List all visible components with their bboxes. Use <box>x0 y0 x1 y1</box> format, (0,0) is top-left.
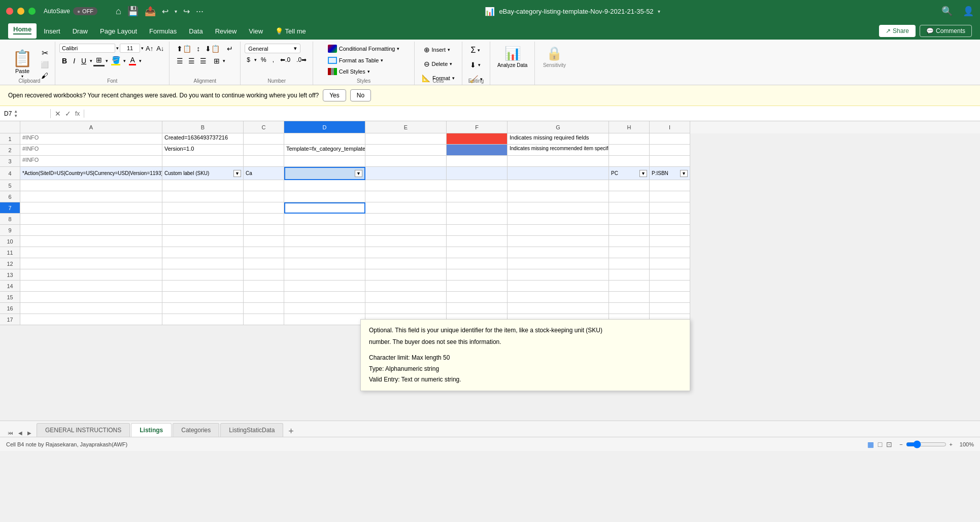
cell-A17[interactable] <box>20 314 162 325</box>
paste-button[interactable]: 📋 Paste ▾ <box>8 47 37 81</box>
cell-I15[interactable] <box>650 292 690 303</box>
cell-E1[interactable] <box>365 133 447 145</box>
fill-dropdown-icon[interactable]: ▾ <box>123 58 126 63</box>
cell-H9[interactable] <box>609 225 650 236</box>
more-icon[interactable]: ··· <box>196 6 204 17</box>
cell-D4[interactable]: ▼ <box>284 167 365 180</box>
cell-F11[interactable] <box>447 247 508 258</box>
page-layout-view-icon[interactable]: □ <box>877 439 883 449</box>
row-header-16[interactable]: 16 <box>0 303 20 314</box>
cell-H3[interactable] <box>609 156 650 167</box>
cell-C2[interactable] <box>244 145 284 156</box>
row-header-9[interactable]: 9 <box>0 225 20 236</box>
cell-F6[interactable] <box>447 191 508 202</box>
cell-H11[interactable] <box>609 247 650 258</box>
row-header-8[interactable]: 8 <box>0 214 20 225</box>
cell-H4-dropdown[interactable]: ▼ <box>639 170 647 177</box>
cell-H5[interactable] <box>609 180 650 191</box>
currency-dropdown-icon[interactable]: ▾ <box>254 57 257 62</box>
menu-data[interactable]: Data <box>184 25 208 37</box>
autosave-toggle[interactable]: ● OFF <box>73 7 97 15</box>
row-header-7[interactable]: 7 <box>0 202 20 214</box>
cell-E14[interactable] <box>365 281 447 292</box>
share-button[interactable]: ↗ Share <box>879 25 916 37</box>
cell-A8[interactable] <box>20 214 162 225</box>
cell-E12[interactable] <box>365 258 447 269</box>
col-header-G[interactable]: G <box>508 121 609 133</box>
cell-C13[interactable] <box>244 269 284 281</box>
close-button[interactable] <box>6 8 13 15</box>
cell-C12[interactable] <box>244 258 284 269</box>
cell-H1[interactable] <box>609 133 650 145</box>
comma-icon[interactable]: , <box>271 55 276 64</box>
cell-B13[interactable] <box>162 269 244 281</box>
cell-A7[interactable] <box>20 202 162 214</box>
row-header-1[interactable]: 1 <box>0 133 20 145</box>
row-header-4[interactable]: 4 <box>0 167 20 180</box>
align-right-icon[interactable]: ☰ <box>198 56 209 66</box>
copy-button[interactable]: ⬜ <box>39 60 51 69</box>
cell-B16[interactable] <box>162 303 244 314</box>
col-header-A[interactable]: A <box>20 121 162 133</box>
cell-H12[interactable] <box>609 258 650 269</box>
zoom-in-icon[interactable]: + <box>950 441 953 447</box>
row-header-14[interactable]: 14 <box>0 281 20 292</box>
cell-F7[interactable] <box>447 202 508 214</box>
cell-D5[interactable] <box>284 180 365 191</box>
decrease-font-icon[interactable]: A↓ <box>155 45 165 52</box>
cell-ref-arrows[interactable]: ▲ ▼ <box>14 109 18 118</box>
cell-D16[interactable] <box>284 303 365 314</box>
cell-I16[interactable] <box>650 303 690 314</box>
cell-A6[interactable] <box>20 191 162 202</box>
align-left-icon[interactable]: ☰ <box>175 56 185 66</box>
cell-F15[interactable] <box>447 292 508 303</box>
cell-I10[interactable] <box>650 236 690 247</box>
cell-A12[interactable] <box>20 258 162 269</box>
borders-button[interactable]: ⊞ <box>93 55 105 66</box>
row-header-11[interactable]: 11 <box>0 247 20 258</box>
cell-F5[interactable] <box>447 180 508 191</box>
add-sheet-button[interactable]: + <box>284 426 298 437</box>
traffic-lights[interactable] <box>6 8 36 15</box>
cell-C3[interactable] <box>244 156 284 167</box>
cell-H2[interactable] <box>609 145 650 156</box>
cell-G15[interactable] <box>508 292 609 303</box>
no-button[interactable]: No <box>350 89 371 101</box>
cell-A4[interactable]: *Action(SiteID=US|Country=US|Currency=US… <box>20 167 162 180</box>
font-size-input[interactable] <box>120 44 140 53</box>
cell-D7[interactable] <box>284 202 365 214</box>
tab-listings[interactable]: Listings <box>131 423 172 437</box>
cell-I9[interactable] <box>650 225 690 236</box>
align-top-icon[interactable]: ⬆📋 <box>175 44 193 54</box>
cell-I13[interactable] <box>650 269 690 281</box>
fill-color-button[interactable]: 🪣 <box>109 55 122 66</box>
increase-decimal-icon[interactable]: .0➡ <box>294 55 309 64</box>
redo-icon[interactable]: ↪ <box>183 7 190 16</box>
maximize-button[interactable] <box>28 8 36 15</box>
cell-E15[interactable] <box>365 292 447 303</box>
italic-button[interactable]: I <box>71 56 78 66</box>
cell-E2[interactable] <box>365 145 447 156</box>
bold-button[interactable]: B <box>59 56 70 66</box>
col-header-D[interactable]: D <box>284 121 365 133</box>
cell-E10[interactable] <box>365 236 447 247</box>
cell-H14[interactable] <box>609 281 650 292</box>
cell-C5[interactable] <box>244 180 284 191</box>
row-header-6[interactable]: 6 <box>0 191 20 202</box>
cell-B7[interactable] <box>162 202 244 214</box>
cell-A14[interactable] <box>20 281 162 292</box>
format-as-table-button[interactable]: Format as Table ▾ <box>326 56 386 65</box>
cell-G4[interactable] <box>508 167 609 180</box>
cell-C1[interactable] <box>244 133 284 145</box>
cell-A1[interactable]: #INFO <box>20 133 162 145</box>
row-header-12[interactable]: 12 <box>0 258 20 269</box>
cell-E11[interactable] <box>365 247 447 258</box>
minimize-button[interactable] <box>17 8 24 15</box>
cell-G12[interactable] <box>508 258 609 269</box>
zoom-out-icon[interactable]: − <box>899 441 902 447</box>
cell-A2[interactable]: #INFO <box>20 145 162 156</box>
font-color-button[interactable]: A <box>127 55 138 66</box>
save-icon[interactable]: 💾 <box>127 6 139 17</box>
cell-C7[interactable] <box>244 202 284 214</box>
merge-dropdown-icon[interactable]: ▾ <box>223 58 225 63</box>
